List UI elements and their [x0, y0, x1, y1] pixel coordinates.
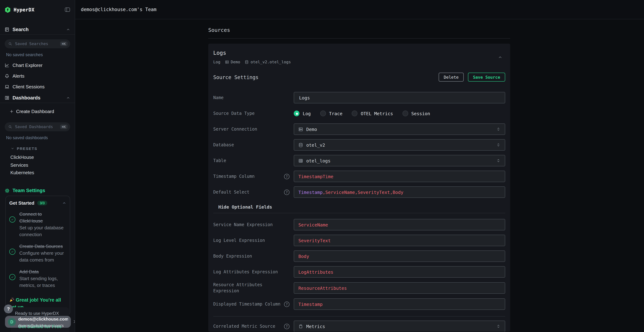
create-dashboard-label: Create Dashboard	[16, 108, 54, 114]
correlated-metric-source-select[interactable]: Metrics	[294, 320, 505, 332]
dashboards-section-label: Dashboards	[12, 95, 40, 100]
laptop-icon	[5, 84, 9, 89]
save-source-button[interactable]: Save Source	[468, 72, 505, 82]
sidebar-item-label: Chart Explorer	[12, 62, 42, 68]
team-settings-label: Team Settings	[12, 188, 45, 193]
presets-toggle[interactable]: PRESETS	[0, 145, 75, 152]
table-label: Table	[213, 158, 294, 164]
check-circle-icon	[9, 216, 16, 222]
get-started-item-title[interactable]: Create Data Sources	[19, 244, 63, 249]
no-saved-dashboards-text: No saved dashboards	[6, 135, 75, 140]
timestamp-column-input[interactable]: TimestampTime	[294, 171, 505, 182]
preset-item-clickhouse[interactable]: ClickHouse	[0, 154, 75, 161]
database-label: Database	[213, 142, 294, 148]
resource-attributes-expression-label: Resource Attributes Expression	[213, 282, 294, 294]
radio-dot[interactable]	[352, 110, 358, 116]
radio-otel-metrics[interactable]: OTEL Metrics	[352, 110, 393, 116]
shortcut-badge: ⌘K	[60, 42, 68, 46]
database-select[interactable]: otel_v2	[294, 139, 505, 150]
server-connection-select[interactable]: Demo	[294, 124, 505, 135]
get-started-item-desc: Set up your database connection	[19, 225, 64, 237]
name-input[interactable]	[294, 92, 505, 104]
radio-dot[interactable]	[294, 110, 300, 116]
default-select-label: Default Select?	[213, 189, 294, 195]
chevron-up-icon[interactable]	[498, 55, 502, 60]
correlated-metric-source-label: Correlated Metric Source?	[213, 323, 294, 329]
service-name-expression-label: Service Name Expression	[213, 222, 294, 228]
chevron-up-icon[interactable]	[66, 96, 70, 100]
get-started-card: Get Started 3/3 Connect to ClickHouse Se…	[5, 196, 70, 316]
user-menu[interactable]: D demos@clickhouse.com demos@clickhouse.…	[5, 316, 71, 328]
chevron-right-icon[interactable]	[73, 319, 75, 324]
chevron-up-icon[interactable]	[66, 27, 70, 31]
radio-session[interactable]: Session	[402, 110, 430, 116]
hide-optional-fields-toggle[interactable]: Hide Optional Fields	[218, 204, 505, 210]
table-select[interactable]: otel_logs	[294, 155, 505, 166]
field-row-source-data-type: Source Data TypeLogTraceOTEL MetricsSess…	[213, 108, 505, 119]
saved-searches-searchbox[interactable]: ⌘K	[5, 39, 70, 48]
saved-dashboards-searchbox[interactable]: ⌘K	[5, 122, 70, 131]
get-started-item: Add Data Start sending logs, metrics, or…	[9, 268, 66, 289]
source-data-type-group: LogTraceOTEL MetricsSession	[294, 110, 505, 116]
radio-label: Log	[303, 111, 311, 116]
server-connection-value: Demo	[306, 126, 317, 132]
plus-icon	[10, 109, 14, 113]
ready-text: Ready to use HyperDX	[15, 311, 65, 316]
default-select-help-icon[interactable]: ?	[284, 190, 290, 195]
no-saved-searches-text: No saved searches	[6, 52, 75, 57]
create-dashboard-button[interactable]: Create Dashboard	[0, 106, 75, 117]
content: Sources Logs Log	[75, 19, 644, 332]
app-root: HyperDX Search ⌘K No saved	[0, 0, 644, 332]
code-segment: TimestampTime	[298, 174, 334, 179]
sidebar-item-alerts[interactable]: Alerts	[0, 70, 75, 81]
dashboards-section-header[interactable]: Dashboards	[0, 93, 75, 103]
get-started-item-title[interactable]: Connect to ClickHouse	[19, 212, 43, 224]
resource-attributes-expression-input[interactable]: ResourceAttributes	[294, 282, 505, 294]
field-row-log-attributes-expression: Log Attributes ExpressionLogAttributes	[213, 266, 505, 278]
chevron-up-icon[interactable]	[62, 201, 66, 205]
sidebar-item-chart-explorer[interactable]: Chart Explorer	[0, 60, 75, 70]
field-row-correlated-metric-source: Correlated Metric Source?Metrics	[213, 320, 505, 332]
avatar: D	[8, 318, 16, 326]
code-segment: LogAttributes	[298, 269, 334, 274]
radio-dot[interactable]	[320, 110, 326, 116]
gear-icon	[5, 188, 10, 193]
radio-log[interactable]: Log	[294, 110, 311, 116]
saved-dashboards-input[interactable]	[14, 124, 60, 130]
preset-item-kubernetes[interactable]: Kubernetes	[0, 169, 75, 176]
sidebar-collapse-icon[interactable]	[65, 7, 70, 12]
sidebar-item-label: Alerts	[12, 73, 24, 78]
correlated-metric-source-value: Metrics	[306, 324, 325, 329]
correlated-metric-source-help-icon[interactable]: ?	[284, 324, 290, 329]
code-segment: Timestamp	[298, 302, 322, 307]
get-started-item-title[interactable]: Add Data	[19, 269, 39, 274]
search-section-header[interactable]: Search	[0, 24, 75, 34]
help-button[interactable]: ?	[4, 304, 13, 314]
code-segment: Body	[298, 254, 309, 259]
radio-trace[interactable]: Trace	[320, 110, 342, 116]
service-name-expression-input[interactable]: ServiceName	[294, 219, 505, 230]
displayed-timestamp-column-help-icon[interactable]: ?	[284, 302, 290, 307]
radio-dot[interactable]	[402, 110, 408, 116]
delete-button[interactable]: Delete	[439, 72, 464, 82]
settings-header: Source Settings Delete Save Source	[213, 72, 505, 82]
sidebar-item-team-settings[interactable]: Team Settings	[0, 185, 75, 196]
divider	[213, 213, 505, 213]
log-level-expression-input[interactable]: SeverityText	[294, 235, 505, 246]
sidebar-nav: Chart Explorer Alerts Client Sessions	[0, 60, 75, 92]
presets-list: ClickHouse Services Kubernetes	[0, 154, 75, 176]
default-select-input[interactable]: Timestamp,ServiceName,SeverityText,Body	[294, 186, 505, 198]
preset-item-services[interactable]: Services	[0, 161, 75, 169]
body-expression-input[interactable]: Body	[294, 250, 505, 262]
name-textfield[interactable]	[298, 95, 500, 101]
log-attributes-expression-input[interactable]: LogAttributes	[294, 266, 505, 278]
displayed-timestamp-column-input[interactable]: Timestamp	[294, 298, 505, 310]
code-segment: SeverityText	[298, 238, 331, 243]
shortcut-badge: ⌘K	[60, 124, 68, 129]
timestamp-column-help-icon[interactable]: ?	[284, 174, 290, 179]
source-card-logs: Logs Log Demo	[208, 44, 510, 332]
saved-searches-input[interactable]	[14, 41, 60, 46]
sidebar-item-client-sessions[interactable]: Client Sessions	[0, 81, 75, 92]
dashboards-icon	[5, 95, 9, 100]
table-icon	[298, 158, 303, 163]
